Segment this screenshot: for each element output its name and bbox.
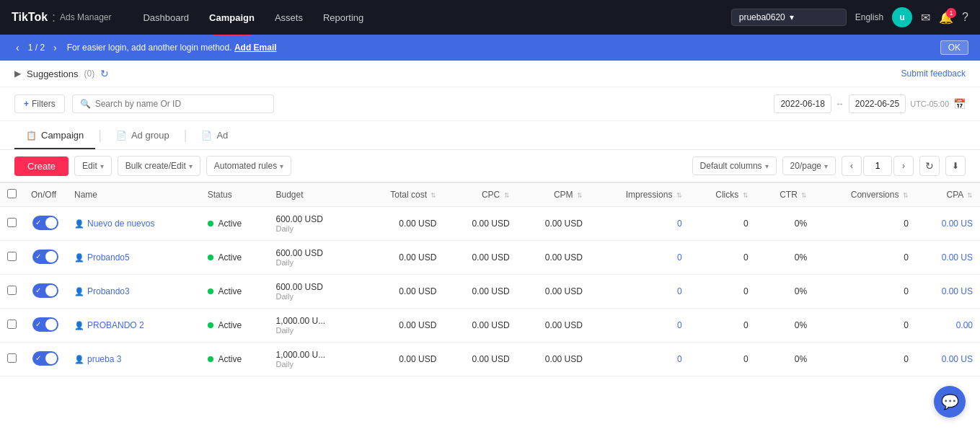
download-button[interactable]: ⬇ bbox=[945, 156, 966, 176]
bulk-button[interactable]: Bulk create/Edit ▾ bbox=[118, 156, 200, 176]
status-text: Active bbox=[218, 354, 242, 364]
campaign-name-link[interactable]: 👤 Probando3 bbox=[74, 286, 193, 296]
create-button[interactable]: Create bbox=[14, 157, 69, 176]
toggle-check-icon: ✓ bbox=[35, 286, 41, 294]
columns-selector[interactable]: Default columns ▾ bbox=[692, 157, 777, 175]
date-from-input[interactable]: 2022-06-18 bbox=[774, 94, 831, 113]
per-page-selector[interactable]: 20/page ▾ bbox=[782, 157, 836, 175]
toggle-knob bbox=[45, 217, 57, 229]
calendar-icon[interactable]: 📅 bbox=[953, 98, 966, 110]
status-text: Active bbox=[218, 286, 242, 296]
sort-ctr-icon[interactable]: ⇅ bbox=[801, 192, 807, 199]
notification-icon[interactable]: 🔔 1 bbox=[939, 11, 953, 25]
nav-dashboard[interactable]: Dashboard bbox=[134, 9, 198, 26]
cpa-link[interactable]: 0.00 US bbox=[942, 252, 973, 263]
help-icon[interactable]: ? bbox=[962, 11, 968, 24]
row-checkbox[interactable] bbox=[7, 252, 17, 261]
banner-link[interactable]: Add Email bbox=[234, 43, 277, 53]
status-dot bbox=[208, 255, 213, 260]
header-totalcost[interactable]: Total cost ⇅ bbox=[358, 183, 443, 207]
select-all-checkbox[interactable] bbox=[7, 189, 17, 198]
avatar[interactable]: u bbox=[892, 7, 912, 27]
row-checkbox[interactable] bbox=[7, 353, 17, 363]
page-number-input[interactable] bbox=[863, 156, 892, 176]
sort-impressions-icon[interactable]: ⇅ bbox=[676, 192, 682, 199]
row-name: 👤 Probando3 bbox=[67, 275, 200, 309]
row-toggle[interactable]: ✓ bbox=[32, 317, 58, 332]
suggestions-count: (0) bbox=[84, 69, 95, 79]
impressions-link[interactable]: 0 bbox=[677, 252, 682, 263]
sort-cpa-icon[interactable]: ⇅ bbox=[967, 192, 973, 199]
impressions-link[interactable]: 0 bbox=[677, 354, 682, 364]
header-conversions[interactable]: Conversions ⇅ bbox=[814, 183, 916, 207]
tabs-row: 📋 Campaign | 📄 Ad group | 📄 Ad bbox=[0, 121, 980, 150]
budget-type: Daily bbox=[275, 326, 351, 335]
impressions-link[interactable]: 0 bbox=[677, 219, 682, 229]
banner-prev-button[interactable]: ‹ bbox=[12, 40, 24, 55]
row-clicks: 0 bbox=[689, 343, 756, 376]
header-cpc[interactable]: CPC ⇅ bbox=[443, 183, 516, 207]
sort-clicks-icon[interactable]: ⇅ bbox=[743, 192, 749, 199]
row-toggle[interactable]: ✓ bbox=[32, 351, 58, 366]
inbox-icon[interactable]: ✉ bbox=[921, 11, 930, 25]
language-selector[interactable]: English bbox=[855, 12, 883, 22]
chat-bubble[interactable]: 💬 bbox=[934, 386, 966, 418]
row-checkbox[interactable] bbox=[7, 218, 17, 227]
refresh-button[interactable]: ↻ bbox=[919, 156, 940, 176]
campaign-name-link[interactable]: 👤 Nuevo de nuevos bbox=[74, 219, 193, 229]
account-selector[interactable]: prueba0620 ▾ bbox=[731, 9, 847, 26]
header-impressions[interactable]: Impressions ⇅ bbox=[590, 183, 689, 207]
sort-cpc-icon[interactable]: ⇅ bbox=[504, 192, 510, 199]
header-cpm[interactable]: CPM ⇅ bbox=[517, 183, 590, 207]
header-cpa[interactable]: CPA ⇅ bbox=[916, 183, 980, 207]
row-toggle[interactable]: ✓ bbox=[32, 250, 58, 264]
impressions-link[interactable]: 0 bbox=[677, 320, 682, 330]
cpa-link[interactable]: 0.00 US bbox=[942, 219, 973, 229]
tab-adgroup-label: Ad group bbox=[131, 130, 169, 141]
campaigns-table: On/Off Name Status Budget Total cost ⇅ C… bbox=[0, 182, 980, 376]
cpa-link[interactable]: 0.00 US bbox=[942, 354, 973, 364]
campaign-name-link[interactable]: 👤 prueba 3 bbox=[74, 354, 193, 364]
search-input[interactable] bbox=[95, 99, 266, 109]
banner-next-button[interactable]: › bbox=[49, 40, 61, 55]
sort-totalcost-icon[interactable]: ⇅ bbox=[431, 192, 436, 199]
next-page-button[interactable]: › bbox=[893, 156, 914, 176]
sort-cpm-icon[interactable]: ⇅ bbox=[577, 192, 583, 199]
row-toggle[interactable]: ✓ bbox=[32, 216, 58, 230]
impressions-link[interactable]: 0 bbox=[677, 286, 682, 296]
tab-adgroup[interactable]: 📄 Ad group bbox=[105, 121, 181, 149]
automated-label: Automated rules bbox=[214, 161, 277, 171]
row-checkbox[interactable] bbox=[7, 286, 17, 295]
date-to-input[interactable]: 2022-06-25 bbox=[849, 94, 906, 113]
header-ctr[interactable]: CTR ⇅ bbox=[756, 183, 815, 207]
prev-page-button[interactable]: ‹ bbox=[842, 156, 862, 176]
campaign-row-icon: 👤 bbox=[74, 355, 84, 364]
row-cpm: 0.00 USD bbox=[517, 241, 590, 275]
suggestions-refresh-icon[interactable]: ↻ bbox=[100, 68, 109, 79]
campaign-tab-icon: 📋 bbox=[26, 131, 37, 141]
edit-button[interactable]: Edit ▾ bbox=[74, 156, 112, 176]
automated-rules-button[interactable]: Automated rules ▾ bbox=[206, 156, 291, 176]
tab-ad[interactable]: 📄 Ad bbox=[190, 121, 239, 149]
row-checkbox[interactable] bbox=[7, 319, 17, 329]
filter-button[interactable]: + Filters bbox=[14, 94, 65, 113]
cpa-link[interactable]: 0.00 US bbox=[942, 286, 973, 296]
nav-campaign[interactable]: Campaign bbox=[200, 9, 263, 26]
row-toggle[interactable]: ✓ bbox=[32, 283, 58, 298]
row-checkbox-cell bbox=[0, 207, 24, 241]
columns-label: Default columns bbox=[700, 161, 762, 171]
suggestions-toggle[interactable]: ▶ bbox=[14, 69, 21, 79]
row-ctr: 0% bbox=[756, 275, 815, 309]
row-totalcost: 0.00 USD bbox=[358, 241, 443, 275]
banner-ok-button[interactable]: OK bbox=[940, 40, 968, 55]
header-clicks[interactable]: Clicks ⇅ bbox=[689, 183, 756, 207]
sort-conversions-icon[interactable]: ⇅ bbox=[903, 192, 909, 199]
submit-feedback-link[interactable]: Submit feedback bbox=[901, 69, 966, 79]
tab-campaign[interactable]: 📋 Campaign bbox=[14, 121, 95, 149]
campaign-name-link[interactable]: 👤 Probando5 bbox=[74, 252, 193, 263]
campaign-name-link[interactable]: 👤 PROBANDO 2 bbox=[74, 320, 193, 330]
row-cpc: 0.00 USD bbox=[443, 343, 516, 376]
nav-assets[interactable]: Assets bbox=[266, 9, 312, 26]
nav-reporting[interactable]: Reporting bbox=[314, 9, 372, 26]
cpa-link[interactable]: 0.00 bbox=[956, 320, 973, 330]
